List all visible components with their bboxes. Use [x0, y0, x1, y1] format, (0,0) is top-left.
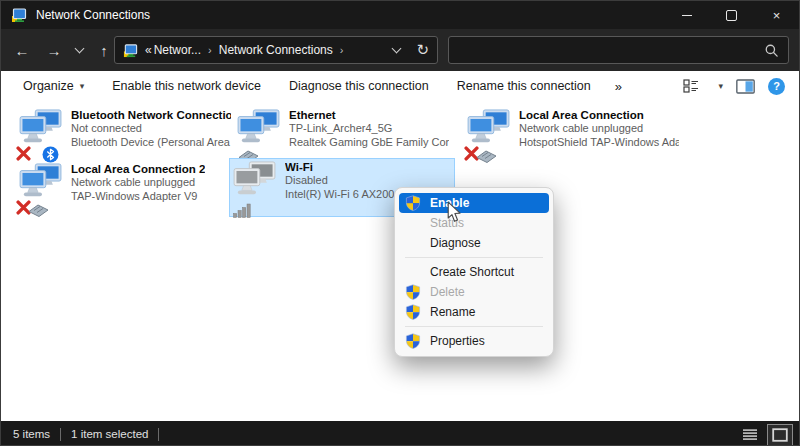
network-adapter-icon — [233, 161, 281, 216]
breadcrumb-parent[interactable]: Networ... — [154, 43, 201, 57]
ethernet-plug-icon — [28, 203, 49, 218]
chevron-down-icon — [74, 44, 84, 54]
statusbar-divider — [158, 428, 159, 441]
connection-device: Bluetooth Device (Personal Area ... — [71, 136, 231, 150]
connection-tile-ethernet[interactable]: Ethernet TP-Link_Archer4_5G Realtek Gami… — [233, 106, 450, 160]
address-dropdown-icon[interactable] — [392, 44, 402, 54]
back-icon: ← — [15, 42, 30, 59]
close-icon: × — [773, 8, 781, 23]
title-bar: Network Connections × — [1, 1, 799, 29]
window-title: Network Connections — [36, 8, 150, 22]
minimize-button[interactable] — [664, 1, 709, 29]
details-view-button[interactable] — [737, 424, 763, 446]
ethernet-plug-icon — [476, 149, 497, 164]
navigation-bar: ← → ↑ « Networ... › Network Connections … — [1, 29, 799, 71]
toolbar-overflow-button[interactable]: » — [605, 79, 632, 94]
preview-pane-icon[interactable] — [736, 79, 755, 94]
menu-item-label: Properties — [430, 334, 485, 348]
command-toolbar: Organize ▾ Enable this network device Di… — [1, 71, 799, 101]
connection-name: Wi-Fi — [285, 160, 404, 174]
context-menu-item-rename[interactable]: Rename — [399, 302, 549, 322]
breadcrumb-separator[interactable]: › — [340, 44, 344, 56]
network-adapter-icon — [19, 109, 67, 159]
connection-name: Ethernet — [289, 108, 449, 122]
menu-item-label: Rename — [430, 305, 475, 319]
tile-text: Wi-Fi Disabled Intel(R) Wi-Fi 6 AX200 1 — [285, 159, 404, 216]
search-box[interactable] — [448, 36, 789, 64]
menu-icon-placeholder — [405, 235, 421, 251]
enable-device-button[interactable]: Enable this network device — [98, 79, 275, 93]
breadcrumb-overflow[interactable]: « — [145, 43, 152, 57]
menu-icon-placeholder — [405, 215, 421, 231]
network-adapter-icon — [19, 163, 67, 213]
menu-item-label: Delete — [430, 285, 465, 299]
address-location-icon — [123, 43, 138, 58]
rename-connection-button[interactable]: Rename this connection — [443, 79, 605, 93]
search-icon[interactable] — [764, 43, 779, 58]
connection-name: Local Area Connection 2 — [71, 162, 205, 176]
refresh-icon[interactable]: ↻ — [416, 41, 429, 59]
context-menu-item-diagnose[interactable]: Diagnose — [399, 233, 549, 253]
connection-status: Network cable unplugged — [71, 176, 205, 190]
mouse-cursor-icon — [447, 201, 462, 223]
selection-count: 1 item selected — [71, 428, 148, 440]
menu-item-label: Diagnose — [430, 236, 481, 250]
connection-tile-bluetooth[interactable]: Bluetooth Network Connection Not connect… — [15, 106, 232, 160]
connection-status: Disabled — [285, 174, 404, 188]
connection-status: Network cable unplugged — [519, 122, 679, 136]
organize-button[interactable]: Organize ▾ — [1, 79, 98, 93]
change-view-icon[interactable] — [683, 78, 699, 94]
context-menu: Enable Status Diagnose Create Shortcut D… — [394, 187, 554, 357]
maximize-button[interactable] — [709, 1, 754, 29]
forward-button[interactable]: → — [41, 36, 67, 64]
uac-shield-icon — [405, 284, 421, 300]
breadcrumb-separator[interactable]: › — [208, 44, 212, 56]
breadcrumb-current[interactable]: Network Connections — [219, 43, 333, 57]
minimize-icon — [682, 15, 692, 16]
close-button[interactable]: × — [754, 1, 799, 29]
menu-item-label: Create Shortcut — [430, 265, 514, 279]
tile-text: Ethernet TP-Link_Archer4_5G Realtek Gami… — [289, 107, 449, 159]
tile-text: Bluetooth Network Connection Not connect… — [71, 107, 231, 159]
tile-text: Local Area Connection Network cable unpl… — [519, 107, 679, 159]
network-adapter-icon — [237, 109, 285, 159]
help-button[interactable]: ? — [768, 78, 785, 95]
uac-shield-icon — [405, 304, 421, 320]
context-menu-item-enable[interactable]: Enable — [399, 193, 549, 213]
wifi-signal-icon — [233, 203, 252, 218]
context-menu-item-create-shortcut[interactable]: Create Shortcut — [399, 262, 549, 282]
address-bar[interactable]: « Networ... › Network Connections › ↻ — [114, 36, 438, 64]
toolbar-right-group: ▾ ? — [683, 71, 785, 101]
view-dropdown-icon[interactable]: ▾ — [718, 81, 723, 91]
chevron-down-icon: ▾ — [80, 81, 85, 91]
search-input[interactable] — [458, 42, 764, 58]
network-connections-icon — [11, 7, 27, 23]
connection-device: Realtek Gaming GbE Family Contr... — [289, 136, 449, 150]
connection-name: Bluetooth Network Connection — [71, 108, 231, 122]
network-connections-window: Network Connections × ← → ↑ « Networ... … — [0, 0, 800, 446]
diagnose-connection-button[interactable]: Diagnose this connection — [275, 79, 443, 93]
recent-locations-button[interactable] — [69, 36, 89, 64]
menu-separator — [405, 326, 543, 327]
maximize-icon — [726, 10, 737, 21]
forward-icon: → — [47, 42, 62, 59]
menu-icon-placeholder — [405, 264, 421, 280]
uac-shield-icon — [405, 333, 421, 349]
connection-tile-lan[interactable]: Local Area Connection Network cable unpl… — [463, 106, 680, 160]
caption-controls: × — [664, 1, 799, 29]
thumbnail-view-icon — [772, 428, 788, 442]
organize-label: Organize — [23, 79, 74, 93]
connection-tile-lan2[interactable]: Local Area Connection 2 Network cable un… — [15, 160, 232, 214]
menu-separator — [405, 257, 543, 258]
connection-device: Intel(R) Wi-Fi 6 AX200 1 — [285, 188, 404, 202]
context-menu-item-status[interactable]: Status — [399, 213, 549, 233]
back-button[interactable]: ← — [9, 36, 35, 64]
context-menu-item-delete[interactable]: Delete — [399, 282, 549, 302]
disconnected-x-icon — [16, 146, 31, 161]
connection-device: TAP-Windows Adapter V9 — [71, 190, 205, 204]
context-menu-item-properties[interactable]: Properties — [399, 331, 549, 351]
help-icon: ? — [773, 80, 780, 92]
large-icons-view-button[interactable] — [767, 424, 793, 446]
statusbar-view-buttons — [737, 424, 793, 446]
up-icon: ↑ — [100, 42, 108, 59]
